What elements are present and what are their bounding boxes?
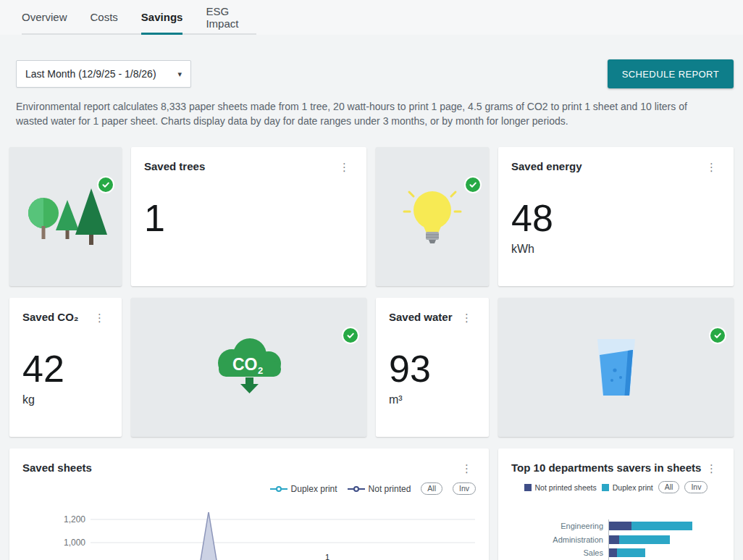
line-marker-icon [348, 485, 365, 493]
svg-text:CO: CO [232, 355, 258, 374]
bar-segment-not-printed-sheets [609, 522, 631, 530]
controls-row: Last Month (12/9/25 - 1/8/26) ▾ SCHEDULE… [16, 59, 734, 88]
legend-label: Duplex print [291, 484, 337, 494]
check-badge [464, 176, 482, 193]
saved-water-value: 93 [389, 349, 476, 389]
card-title: Saved water [389, 311, 453, 323]
saved-water-unit: m³ [389, 393, 476, 406]
saved-sheets-chart: 1,2001,0001 [22, 512, 475, 560]
co2-cloud-icon: CO 2 [209, 335, 290, 399]
svg-text:2: 2 [258, 365, 263, 376]
tab-savings[interactable]: Savings [141, 0, 183, 35]
card-title: Saved sheets [22, 461, 92, 474]
top-departments-legend: Not printed sheets Duplex print All Inv [511, 481, 721, 493]
saved-co2-card: Saved CO₂ ⋮ 42 kg [9, 298, 122, 437]
saved-sheets-legend: Duplex print Not printed All Inv [22, 482, 476, 495]
legend-item-duplex-print[interactable]: Duplex print [602, 483, 653, 492]
card-title: Saved energy [511, 160, 582, 172]
tabs-strip: Overview Costs Savings ESG Impact [22, 0, 256, 35]
date-range-value: Last Month (12/9/25 - 1/8/26) [25, 68, 156, 80]
top-departments-chart-card: Top 10 departments savers in sheets ⋮ No… [498, 448, 734, 560]
report-description: Environmental report calculates 8,333 pa… [16, 99, 722, 128]
saved-water-card: Saved water ⋮ 93 m³ [376, 298, 489, 437]
check-icon [101, 180, 111, 190]
saved-energy-unit: kWh [511, 243, 721, 256]
square-marker-icon [524, 484, 532, 491]
chevron-down-icon: ▾ [177, 70, 182, 79]
dept-bar-track [608, 546, 726, 560]
saved-sheets-chart-card: Saved sheets ⋮ Duplex print Not printed … [9, 448, 489, 560]
legend-label: Not printed sheets [535, 483, 597, 492]
check-icon [345, 330, 356, 340]
saved-co2-value: 42 [22, 349, 109, 389]
cards-grid: Saved trees ⋮ 1 [9, 147, 734, 560]
check-badge [709, 327, 726, 344]
card-title: Saved trees [144, 160, 205, 172]
check-icon [713, 330, 723, 340]
dept-bar-row: Sales [501, 546, 726, 560]
kebab-menu-icon[interactable]: ⋮ [702, 160, 721, 174]
saved-co2-illustration-card: CO 2 [131, 298, 366, 437]
svg-text:1,200: 1,200 [64, 514, 85, 525]
saved-trees-card: Saved trees ⋮ 1 [131, 147, 366, 286]
toggle-inv[interactable]: Inv [453, 482, 476, 495]
card-title: Top 10 departments savers in sheets [511, 461, 701, 474]
saved-energy-illustration-card [376, 147, 489, 286]
saved-co2-unit: kg [22, 393, 109, 406]
dept-label: Sales [501, 548, 608, 557]
dept-bar-track [608, 519, 726, 533]
toggle-inv[interactable]: Inv [684, 481, 708, 493]
legend-item-duplex-print[interactable]: Duplex print [270, 484, 337, 494]
dept-bar-row: Engineering [501, 519, 726, 533]
date-range-select[interactable]: Last Month (12/9/25 - 1/8/26) ▾ [16, 60, 191, 88]
saved-trees-value: 1 [144, 198, 353, 238]
kebab-menu-icon[interactable]: ⋮ [458, 461, 476, 475]
savings-dashboard: Overview Costs Savings ESG Impact Last M… [0, 0, 743, 560]
tab-esg-impact[interactable]: ESG Impact [206, 0, 256, 35]
legend-item-not-printed[interactable]: Not printed [348, 484, 411, 494]
toggle-all[interactable]: All [421, 482, 442, 495]
saved-sheets-plot: 1,2001,0001 [22, 512, 475, 560]
check-badge [97, 176, 114, 193]
dept-label: Engineering [501, 522, 608, 530]
line-marker-icon [270, 485, 287, 493]
saved-energy-value: 48 [511, 198, 721, 238]
saved-water-illustration-card [498, 298, 734, 437]
bar-segment-duplex-print [619, 535, 670, 544]
bar-segment-not-printed-sheets [609, 535, 619, 544]
trees-icon [24, 184, 108, 249]
bar-segment-duplex-print [631, 522, 692, 530]
check-badge [342, 327, 359, 344]
kebab-menu-icon[interactable]: ⋮ [458, 311, 476, 325]
legend-label: Not printed [369, 484, 411, 494]
bar-segment-duplex-print [617, 548, 645, 557]
tab-bar: Overview Costs Savings ESG Impact [0, 0, 743, 35]
tab-overview[interactable]: Overview [22, 0, 67, 35]
dept-label: Administration [501, 535, 608, 544]
legend-item-not-printed-sheets[interactable]: Not printed sheets [524, 483, 597, 492]
kebab-menu-icon[interactable]: ⋮ [335, 160, 353, 174]
legend-label: Duplex print [613, 483, 653, 492]
water-glass-icon [593, 338, 639, 397]
svg-text:1,000: 1,000 [64, 538, 85, 548]
toggle-all[interactable]: All [658, 481, 680, 493]
kebab-menu-icon[interactable]: ⋮ [702, 461, 721, 475]
bar-segment-not-printed-sheets [609, 548, 617, 557]
dept-bar-track [608, 533, 726, 547]
saved-energy-card: Saved energy ⋮ 48 kWh [498, 147, 734, 286]
check-icon [468, 180, 478, 190]
saved-trees-illustration-card [9, 147, 122, 286]
lightbulb-icon [400, 183, 465, 251]
svg-text:1: 1 [325, 553, 329, 560]
tab-costs[interactable]: Costs [91, 0, 118, 35]
kebab-menu-icon[interactable]: ⋮ [91, 311, 109, 325]
card-title: Saved CO₂ [22, 311, 79, 323]
top-departments-plot: EngineeringAdministrationSales [501, 519, 726, 560]
square-marker-icon [602, 484, 609, 491]
schedule-report-button[interactable]: SCHEDULE REPORT [608, 59, 734, 88]
dept-bar-row: Administration [501, 533, 726, 547]
